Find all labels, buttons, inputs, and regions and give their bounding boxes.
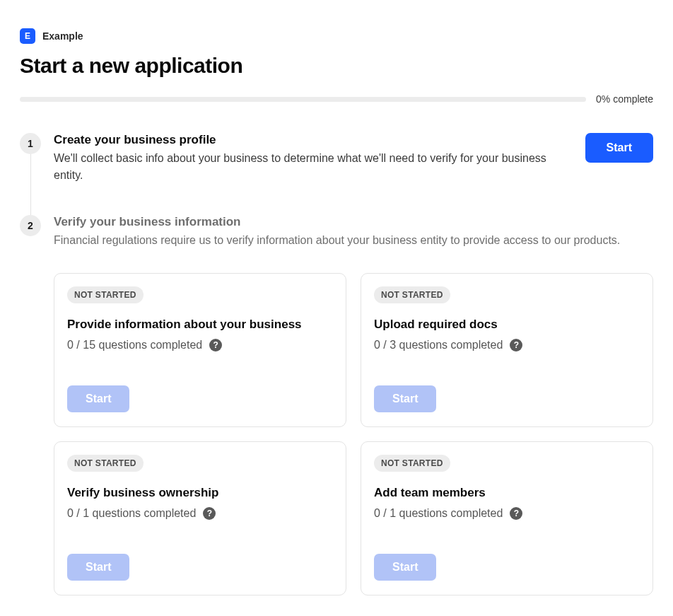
step-connector: [30, 154, 31, 215]
step-1-description: We'll collect basic info about your busi…: [54, 150, 571, 184]
card-start-button[interactable]: Start: [374, 554, 436, 581]
help-icon[interactable]: ?: [209, 339, 222, 351]
step-body-1: Create your business profile We'll colle…: [54, 133, 653, 184]
card-business-info: NOT STARTED Provide information about yo…: [54, 273, 346, 427]
progress-bar: [20, 97, 586, 102]
status-badge: NOT STARTED: [67, 286, 144, 303]
help-icon[interactable]: ?: [510, 339, 522, 351]
step-2: 2 Verify your business information Finan…: [20, 215, 653, 595]
status-badge: NOT STARTED: [374, 286, 450, 303]
card-title: Add team members: [374, 486, 640, 500]
status-badge: NOT STARTED: [374, 455, 450, 472]
status-badge: NOT STARTED: [67, 455, 144, 472]
page-title: Start a new application: [20, 54, 653, 78]
card-start-button[interactable]: Start: [374, 385, 436, 412]
brand-badge: E: [20, 28, 35, 44]
brand-row: E Example: [20, 28, 653, 44]
card-upload-docs: NOT STARTED Upload required docs 0 / 3 q…: [361, 273, 653, 427]
card-subtitle: 0 / 3 questions completed: [374, 339, 503, 351]
card-title: Verify business ownership: [67, 486, 333, 500]
card-subtitle: 0 / 15 questions completed: [67, 339, 202, 351]
step-2-description: Financial regulations require us to veri…: [54, 232, 653, 249]
step-body-2: Verify your business information Financi…: [54, 215, 653, 595]
step-2-heading: Verify your business information: [54, 215, 653, 229]
card-add-team-members: NOT STARTED Add team members 0 / 1 quest…: [361, 441, 653, 595]
step-1: 1 Create your business profile We'll col…: [20, 133, 653, 184]
card-title: Provide information about your business: [67, 318, 333, 332]
step-marker-2: 2: [20, 215, 41, 236]
help-icon[interactable]: ?: [510, 507, 522, 520]
progress-row: 0% complete: [20, 93, 653, 105]
card-subtitle: 0 / 1 questions completed: [374, 507, 503, 520]
step-marker-1: 1: [20, 133, 41, 154]
steps-list: 1 Create your business profile We'll col…: [20, 133, 653, 595]
help-icon[interactable]: ?: [203, 507, 216, 520]
cards-grid: NOT STARTED Provide information about yo…: [54, 273, 653, 595]
card-title: Upload required docs: [374, 318, 640, 332]
progress-label: 0% complete: [596, 93, 653, 105]
step-1-start-button[interactable]: Start: [585, 133, 653, 163]
card-start-button[interactable]: Start: [67, 554, 129, 581]
card-verify-ownership: NOT STARTED Verify business ownership 0 …: [54, 441, 346, 595]
brand-name: Example: [42, 30, 83, 42]
card-subtitle: 0 / 1 questions completed: [67, 507, 196, 520]
card-start-button[interactable]: Start: [67, 385, 129, 412]
step-1-heading: Create your business profile: [54, 133, 571, 147]
